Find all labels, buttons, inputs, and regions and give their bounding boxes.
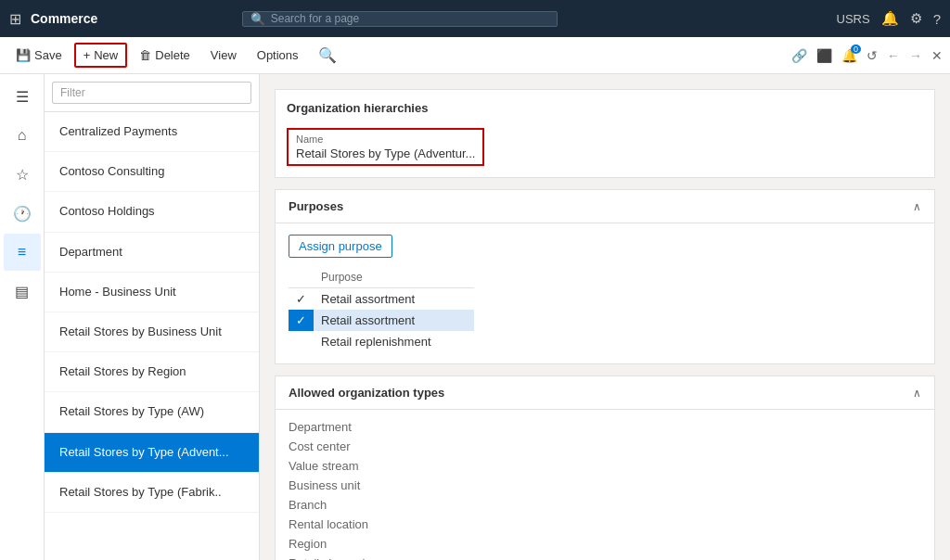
purpose-check: ✓ [289, 288, 314, 311]
purposes-header: Purposes ∧ [276, 190, 934, 223]
settings-icon[interactable]: ⚙ [910, 10, 922, 27]
purpose-row[interactable]: Retail replenishment [289, 331, 474, 352]
allowed-collapse-icon[interactable]: ∧ [913, 387, 921, 400]
filter-input[interactable] [52, 82, 251, 104]
allowed-type-item: Region [289, 534, 921, 554]
purposes-section: Purposes ∧ Assign purpose Purpose ✓ [275, 189, 935, 364]
org-hierarchies-title: Organization hierarchies [287, 101, 923, 115]
grid-icon[interactable]: ⊞ [9, 10, 21, 28]
list-item[interactable]: Centralized Payments [45, 112, 259, 152]
main-layout: ☰ ⌂ ☆ 🕐 ≡ ▤ Centralized Payments Contoso… [0, 74, 950, 560]
list-panel: Centralized Payments Contoso Consulting … [45, 74, 260, 560]
save-icon: 💾 [16, 48, 31, 62]
search-icon: 🔍 [250, 12, 265, 26]
delete-icon: 🗑 [139, 48, 151, 62]
search-input[interactable] [271, 12, 549, 25]
org-hierarchies-section: Organization hierarchies Name Retail Sto… [275, 89, 935, 178]
allowed-org-types-section: Allowed organization types ∧ Department … [275, 375, 935, 560]
check-col-header [289, 267, 314, 288]
list-item[interactable]: Contoso Holdings [45, 192, 259, 232]
side-nav: ☰ ⌂ ☆ 🕐 ≡ ▤ [0, 74, 45, 560]
allowed-type-item: Retail channel [289, 554, 921, 560]
name-label: Name [296, 134, 475, 145]
user-label: USRS [837, 12, 870, 26]
forward-icon[interactable]: → [909, 48, 922, 63]
purpose-label: Retail replenishment [314, 331, 474, 352]
list-item[interactable]: Retail Stores by Type (Fabrik.. [45, 473, 259, 513]
allowed-type-item: Business unit [289, 476, 921, 495]
home-icon[interactable]: ⌂ [4, 117, 41, 154]
list-item[interactable]: Retail Stores by Business Unit [45, 312, 259, 352]
ms-icon[interactable]: ⬛ [816, 48, 832, 63]
list-item[interactable]: Contoso Consulting [45, 152, 259, 192]
top-bar-right: USRS 🔔 ⚙ ? [837, 10, 941, 27]
filter-area [45, 74, 259, 112]
options-button[interactable]: Options [249, 44, 307, 67]
help-icon[interactable]: ? [933, 11, 941, 27]
list-item[interactable]: Department [45, 233, 259, 273]
app-title: Commerce [31, 11, 97, 26]
list-items-container: Centralized Payments Contoso Consulting … [45, 112, 259, 560]
link-icon[interactable]: 🔗 [791, 48, 807, 63]
save-button[interactable]: 💾 Save [7, 44, 71, 67]
allowed-org-types-header: Allowed organization types ∧ [276, 376, 934, 410]
command-bar: 💾 Save + New 🗑 Delete View Options 🔍 🔗 ⬛… [0, 37, 950, 74]
plus-icon: + [83, 48, 91, 62]
purpose-row[interactable]: ✓ Retail assortment [289, 288, 474, 311]
delete-button[interactable]: 🗑 Delete [131, 44, 199, 67]
purpose-label-selected: Retail assortment [314, 310, 474, 331]
list-icon[interactable]: ≡ [4, 234, 41, 271]
rows-icon[interactable]: ▤ [4, 273, 41, 310]
hamburger-icon[interactable]: ☰ [4, 78, 41, 115]
search-box[interactable]: 🔍 [242, 11, 558, 27]
refresh-icon[interactable]: ↺ [867, 48, 878, 63]
back-icon[interactable]: ← [887, 48, 900, 63]
name-table: Name Retail Stores by Type (Adventur... [287, 128, 484, 166]
list-item[interactable]: Retail Stores by Type (AW) [45, 392, 259, 432]
list-item[interactable]: Retail Stores by Region [45, 352, 259, 392]
notification-icon[interactable]: 🔔 [881, 10, 899, 27]
allowed-type-item: Value stream [289, 456, 921, 476]
purpose-check-selected: ✓ [289, 310, 314, 331]
view-button[interactable]: View [202, 44, 245, 67]
purpose-row-selected[interactable]: ✓ Retail assortment [289, 310, 474, 331]
list-item-selected[interactable]: Retail Stores by Type (Advent... [45, 433, 259, 473]
star-icon[interactable]: ☆ [4, 156, 41, 193]
top-bar: ⊞ Commerce 🔍 USRS 🔔 ⚙ ? [0, 0, 950, 37]
name-value: Retail Stores by Type (Adventur... [296, 146, 475, 160]
purposes-title: Purposes [289, 199, 343, 213]
close-icon[interactable]: ✕ [931, 48, 943, 63]
allowed-type-item: Department [289, 417, 921, 437]
allowed-org-types-title: Allowed organization types [289, 386, 444, 400]
content-area: Organization hierarchies Name Retail Sto… [260, 74, 950, 560]
purposes-collapse-icon[interactable]: ∧ [913, 200, 921, 213]
purpose-check [289, 331, 314, 352]
allowed-type-item: Branch [289, 495, 921, 515]
purposes-body: Assign purpose Purpose ✓ Retail assortme… [276, 223, 934, 363]
badge-icon[interactable]: 🔔0 [841, 48, 857, 63]
purpose-col-header: Purpose [314, 267, 474, 288]
purpose-label: Retail assortment [314, 288, 474, 311]
allowed-list: Department Cost center Value stream Busi… [276, 410, 934, 560]
list-item[interactable]: Home - Business Unit [45, 273, 259, 312]
allowed-type-item: Rental location [289, 515, 921, 534]
command-search-icon[interactable]: 🔍 [318, 46, 337, 64]
assign-purpose-button[interactable]: Assign purpose [289, 235, 392, 258]
allowed-type-item: Cost center [289, 437, 921, 456]
clock-icon[interactable]: 🕐 [4, 195, 41, 232]
purposes-table: Purpose ✓ Retail assortment ✓ Retail ass… [289, 267, 474, 352]
new-button[interactable]: + New [74, 43, 128, 68]
